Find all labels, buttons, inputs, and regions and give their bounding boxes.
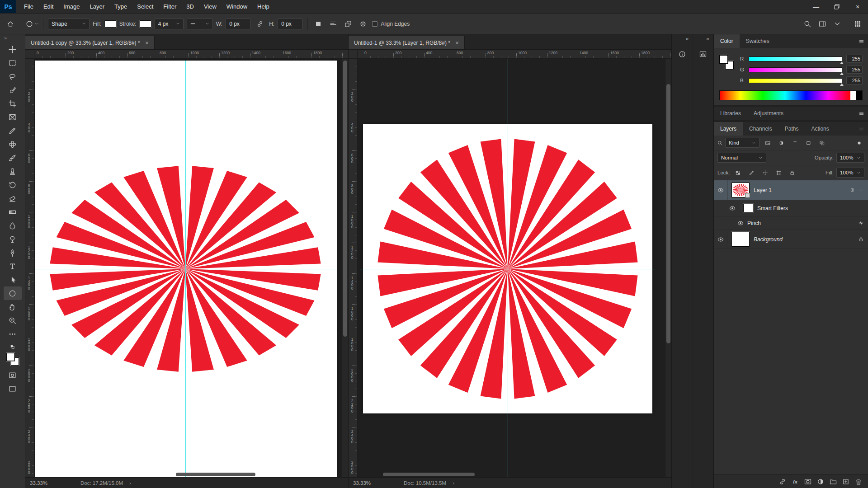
- tool-mode-select[interactable]: Shape: [48, 19, 90, 29]
- menu-filter[interactable]: Filter: [158, 0, 181, 13]
- vertical-scrollbar[interactable]: [665, 59, 671, 477]
- panel-menu-icon[interactable]: [854, 34, 868, 48]
- lock-artboard-icon[interactable]: [774, 168, 784, 177]
- adjustment-filter-icon[interactable]: [776, 138, 787, 147]
- type-filter-icon[interactable]: [789, 138, 800, 147]
- ruler-corner[interactable]: [25, 50, 34, 59]
- shape-height-field[interactable]: 0 px: [278, 19, 303, 29]
- home-icon[interactable]: [5, 18, 16, 30]
- lock-paint-icon[interactable]: [746, 168, 757, 177]
- restore-button[interactable]: [826, 0, 847, 13]
- smart-filters-row[interactable]: Smart Filters: [714, 200, 868, 216]
- lock-all-icon[interactable]: [787, 168, 798, 177]
- clone-stamp-tool[interactable]: [4, 164, 22, 178]
- eraser-tool[interactable]: [4, 192, 22, 205]
- menu-image[interactable]: Image: [58, 0, 85, 13]
- stroke-width-field[interactable]: 4 px: [155, 19, 184, 29]
- horizontal-ruler[interactable]: 020040060080010001200140016001800: [358, 50, 671, 59]
- smart-object-filter-icon[interactable]: [816, 138, 827, 147]
- default-colors-icon[interactable]: [10, 344, 15, 349]
- lock-transparency-icon[interactable]: [733, 168, 744, 177]
- filter-mask-thumbnail[interactable]: [743, 204, 753, 212]
- status-options-chevron[interactable]: ›: [453, 480, 454, 486]
- vertical-scrollbar[interactable]: [342, 59, 348, 477]
- path-alignment-icon[interactable]: [327, 18, 339, 30]
- visibility-toggle[interactable]: [734, 216, 747, 230]
- search-icon[interactable]: [802, 18, 813, 30]
- edit-toolbar[interactable]: [4, 327, 22, 341]
- fill-color-swatch[interactable]: [104, 20, 116, 28]
- quick-mask-icon[interactable]: [4, 368, 22, 382]
- channel-value-field[interactable]: 255: [846, 55, 863, 63]
- channel-value-field[interactable]: 255: [846, 76, 863, 84]
- menu-type[interactable]: Type: [109, 0, 132, 13]
- stroke-color-swatch[interactable]: [140, 20, 151, 28]
- shape-filter-icon[interactable]: [803, 138, 814, 147]
- slider-thumb[interactable]: [840, 83, 844, 86]
- menu-window[interactable]: Window: [222, 0, 252, 13]
- smart-filter-icon[interactable]: [850, 188, 855, 192]
- scrollbar-thumb[interactable]: [343, 61, 347, 337]
- move-tool[interactable]: [4, 42, 22, 56]
- layer-thumbnail[interactable]: [731, 232, 750, 247]
- zoom-level-field[interactable]: 33.33%: [349, 480, 377, 486]
- foreground-background-swatch[interactable]: [719, 55, 734, 70]
- panel-menu-icon[interactable]: [854, 122, 868, 136]
- horizontal-guide[interactable]: [360, 269, 655, 269]
- channel-value-field[interactable]: 255: [846, 66, 863, 74]
- vertical-guide[interactable]: [508, 59, 508, 477]
- spectrum-white[interactable]: [850, 91, 856, 100]
- dodge-tool[interactable]: [4, 232, 22, 246]
- close-button[interactable]: ×: [847, 0, 868, 13]
- filter-blend-options-icon[interactable]: [859, 221, 863, 225]
- menu-help[interactable]: Help: [252, 0, 274, 13]
- minimize-button[interactable]: —: [806, 0, 826, 13]
- lock-position-icon[interactable]: [760, 168, 771, 177]
- document-tab[interactable]: Untitled-1 copy @ 33.3% (Layer 1, RGB/8#…: [25, 36, 155, 49]
- adjustment-layer-icon[interactable]: [815, 476, 826, 487]
- close-tab-icon[interactable]: ×: [145, 40, 149, 46]
- photoshop-logo[interactable]: Ps: [0, 0, 16, 13]
- brush-tool[interactable]: [4, 151, 22, 164]
- canvas-viewport[interactable]: [34, 59, 348, 477]
- menu-layer[interactable]: Layer: [85, 0, 110, 13]
- scrollbar-thumb[interactable]: [383, 473, 475, 476]
- visibility-toggle[interactable]: [714, 180, 727, 200]
- horizontal-scrollbar[interactable]: [359, 472, 664, 477]
- background-layer-row[interactable]: Background: [714, 230, 868, 249]
- gradient-tool[interactable]: [4, 205, 22, 219]
- visibility-toggle[interactable]: [726, 200, 739, 216]
- pixel-filter-icon[interactable]: [762, 138, 773, 147]
- foreground-color-swatch[interactable]: [6, 353, 14, 361]
- path-operations-icon[interactable]: [312, 18, 324, 30]
- opacity-select[interactable]: 100%: [836, 153, 864, 163]
- horizontal-guide[interactable]: [35, 269, 337, 269]
- layers-tab-actions[interactable]: Actions: [805, 122, 835, 136]
- scrollbar-thumb[interactable]: [666, 84, 670, 343]
- horizontal-ruler[interactable]: 020040060080010001200140016001800: [34, 50, 348, 59]
- color-spectrum-ramp[interactable]: [719, 90, 863, 100]
- layer-row[interactable]: Layer 1: [714, 180, 868, 200]
- foreground-background-swatch[interactable]: [6, 353, 19, 366]
- channel-slider[interactable]: [749, 56, 842, 61]
- tool-preset-picker[interactable]: [26, 20, 38, 28]
- eyedropper-tool[interactable]: [4, 124, 22, 137]
- layers-tab-paths[interactable]: Paths: [778, 122, 805, 136]
- canvas-viewport[interactable]: [358, 59, 671, 477]
- menu-view[interactable]: View: [199, 0, 222, 13]
- document-tab[interactable]: Untitled-1 @ 33.3% (Layer 1, RGB/8#) * ×: [349, 36, 465, 49]
- frame-tool[interactable]: [4, 110, 22, 124]
- spectrum-black[interactable]: [856, 91, 862, 100]
- collapse-dock-icon[interactable]: «: [686, 36, 693, 44]
- lasso-tool[interactable]: [4, 70, 22, 83]
- gear-icon[interactable]: [357, 18, 369, 30]
- layer-mask-icon[interactable]: [802, 476, 814, 487]
- delete-layer-icon[interactable]: [853, 476, 864, 487]
- menu-select[interactable]: Select: [132, 0, 158, 13]
- layers-tab-channels[interactable]: Channels: [743, 122, 778, 136]
- menu-edit[interactable]: Edit: [38, 0, 58, 13]
- blur-tool[interactable]: [4, 219, 22, 232]
- hand-tool[interactable]: [4, 300, 22, 314]
- shape-width-field[interactable]: 0 px: [226, 19, 251, 29]
- foreground-color-swatch[interactable]: [719, 55, 728, 64]
